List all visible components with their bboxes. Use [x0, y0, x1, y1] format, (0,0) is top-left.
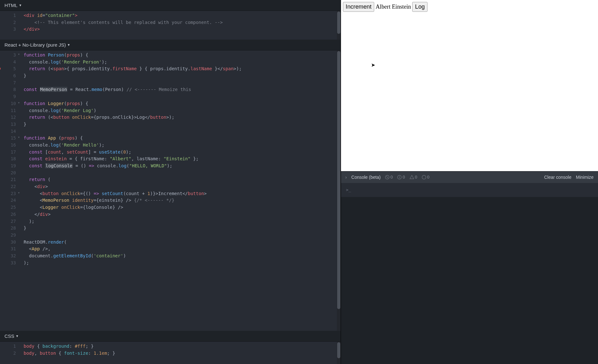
code-line[interactable]: return ( [24, 176, 338, 183]
warn-icon [410, 175, 414, 179]
panel-title: CSS [4, 333, 14, 339]
code-line[interactable]: function Logger(props) { [24, 100, 338, 107]
error-icon [385, 175, 390, 179]
code-line[interactable]: <Logger onClick={logConsole} /> [24, 204, 338, 211]
code-line[interactable]: const MemoPerson = React.memo(Person) //… [24, 86, 338, 93]
code-line[interactable]: <MemoPerson identity={einstein} /> {/* <… [24, 197, 338, 204]
generic-count: 0 [422, 175, 429, 179]
code-line[interactable]: ReactDOM.render( [24, 239, 338, 246]
code-line[interactable] [24, 128, 338, 135]
log-button[interactable]: Log [412, 2, 428, 12]
code-line[interactable]: console.log('Render Hello'); [24, 142, 338, 149]
gutter: 12 [0, 342, 19, 364]
code-line[interactable] [24, 170, 338, 177]
fold-icon[interactable]: ▾ [18, 190, 20, 195]
code-line[interactable]: console.log('Render Log') [24, 107, 338, 114]
code-line[interactable]: function Person(props) { [24, 52, 338, 59]
scrollbar-track[interactable] [337, 342, 341, 364]
code-line[interactable]: } [24, 225, 338, 232]
console-prompt: >_ [346, 187, 351, 192]
code-line[interactable] [24, 93, 338, 100]
gutter: 123 [0, 11, 19, 40]
code-line[interactable]: function App (props) { [24, 135, 338, 142]
fold-icon[interactable]: ▾ [18, 100, 20, 105]
code-line[interactable]: } [24, 72, 338, 80]
code-line[interactable]: <button onClick={() => setCount(count + … [24, 190, 338, 197]
code-line[interactable] [24, 232, 338, 239]
code-line[interactable]: return (<button onClick={props.onClick}>… [24, 114, 338, 121]
clear-console-button[interactable]: Clear console [544, 175, 572, 180]
code-line[interactable]: </div> [24, 211, 338, 218]
jsfiddle-app: HTML ▼ 123<div id="container"> <!-- This… [0, 0, 598, 364]
code-line[interactable]: const logConsole = () => console.log("HE… [24, 163, 338, 170]
svg-rect-4 [399, 177, 400, 178]
console-output-area [341, 197, 598, 364]
panel-header-js[interactable]: React + No-Library (pure JS) ▼ [0, 40, 341, 50]
svg-point-3 [399, 176, 400, 177]
mouse-cursor-icon: ➤ [371, 62, 375, 68]
code-line[interactable] [24, 80, 338, 87]
info-icon [397, 175, 402, 179]
chevron-down-icon: ▼ [67, 43, 70, 47]
code-line[interactable]: ); [24, 218, 338, 225]
scrollbar-track[interactable] [337, 11, 341, 40]
breakpoint-icon[interactable] [0, 67, 1, 70]
scrollbar-thumb[interactable] [337, 51, 340, 309]
svg-point-5 [422, 175, 426, 179]
editors-column: HTML ▼ 123<div id="container"> <!-- This… [0, 0, 341, 364]
scrollbar-thumb[interactable] [337, 342, 340, 358]
code-line[interactable]: ); [24, 260, 338, 267]
code-line[interactable]: </div> [24, 26, 338, 33]
console-title: Console (beta) [351, 175, 381, 180]
code-line[interactable]: document.getElementById('container') [24, 253, 338, 260]
code-line[interactable]: console.log('Render Person'); [24, 59, 338, 66]
code-line[interactable]: <div id="container"> [24, 12, 338, 19]
chevron-down-icon: ▼ [16, 334, 19, 338]
panel-title: React + No-Library (pure JS) [4, 42, 66, 48]
code-line[interactable]: <div> [24, 183, 338, 190]
editor-css[interactable]: 12body { background: #fff; }body, button… [0, 342, 341, 364]
code-line[interactable]: return (<span>{ props.identity.firstName… [24, 65, 338, 72]
code-line[interactable]: } [24, 121, 338, 128]
scrollbar-thumb[interactable] [337, 11, 340, 34]
code-line[interactable]: const einstein = { firstName: "Albert", … [24, 155, 338, 163]
code-lines[interactable]: body { background: #fff; }body, button {… [19, 342, 341, 358]
code-lines[interactable]: function Person(props) { console.log('Re… [19, 50, 341, 268]
panel-header-html[interactable]: HTML ▼ [0, 0, 341, 11]
code-line[interactable]: body, button { font-size: 1.1em; } [24, 350, 338, 357]
person-name-text: Albert Einstein [375, 4, 411, 10]
editor-html[interactable]: 123<div id="container"> <!-- This elemen… [0, 11, 341, 40]
panel-title: HTML [4, 3, 18, 8]
minimize-console-button[interactable]: Minimize [576, 175, 594, 180]
code-lines[interactable]: <div id="container"> <!-- This element's… [19, 11, 341, 34]
info-count: 0 [397, 175, 405, 179]
increment-button[interactable]: Increment [343, 2, 375, 12]
warn-count: 0 [410, 175, 417, 179]
gutter: 3▾45678910▾1112131415▾1617181920212223▾2… [0, 50, 19, 331]
fold-icon[interactable]: ▾ [18, 135, 20, 140]
code-line[interactable]: body { background: #fff; } [24, 343, 338, 350]
result-pane[interactable]: Increment Albert Einstein Log ➤ [341, 0, 598, 171]
panel-header-css[interactable]: CSS ▼ [0, 331, 341, 342]
output-column: Increment Albert Einstein Log ➤ › Consol… [341, 0, 598, 364]
editor-js[interactable]: 3▾45678910▾1112131415▾1617181920212223▾2… [0, 50, 341, 331]
console-toolbar: › Console (beta) 0 0 0 0 Clear console M… [341, 171, 598, 183]
error-count: 0 [385, 175, 393, 179]
scrollbar-track[interactable] [337, 50, 341, 331]
chevron-right-icon: › [345, 175, 347, 180]
code-line[interactable]: const [count, setCount] = useState(0); [24, 149, 338, 156]
console-input[interactable]: >_ [341, 183, 598, 197]
chevron-down-icon: ▼ [19, 4, 22, 7]
svg-line-1 [386, 176, 388, 178]
code-line[interactable]: <App />, [24, 246, 338, 253]
fold-icon[interactable]: ▾ [18, 52, 20, 57]
circle-icon [422, 175, 426, 179]
code-line[interactable]: <!-- This element's contents will be rep… [24, 19, 338, 26]
